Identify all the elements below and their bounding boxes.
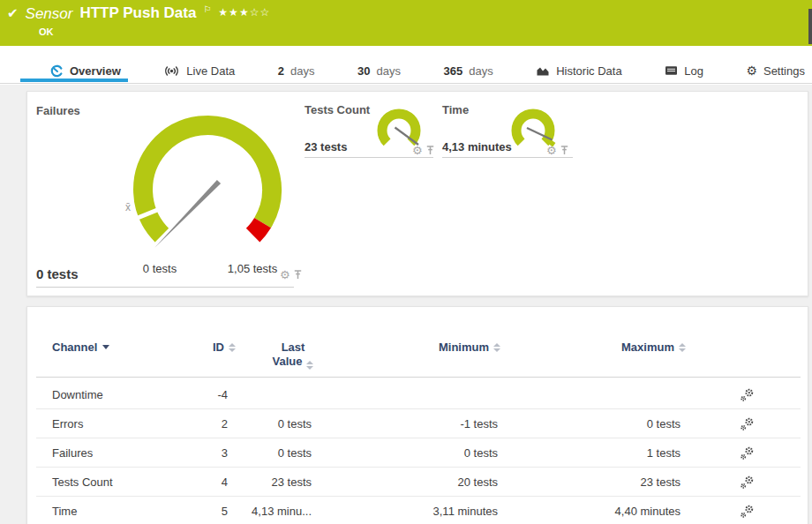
pin-icon[interactable]: [560, 146, 568, 155]
widget-settings-icon[interactable]: ⚙: [412, 145, 423, 156]
column-header-id[interactable]: ID: [151, 341, 236, 354]
sort-icon: [679, 343, 686, 352]
sort-icon: [229, 343, 236, 352]
pin-icon[interactable]: [426, 146, 434, 155]
channel-minimum: 0 tests: [372, 438, 498, 468]
tests-count-current-value: 23 tests: [304, 140, 347, 153]
tab-label: Live Data: [186, 64, 235, 78]
column-header-label: Minimum: [439, 341, 489, 354]
tests-count-gauge-label: Tests Count: [304, 103, 370, 116]
table-row: Failures 3 0 tests 0 tests 1 tests: [36, 438, 801, 468]
tab-historic-data[interactable]: Historic Data: [536, 64, 621, 78]
failures-widget-actions: ⚙: [280, 269, 302, 281]
tab-label: Historic Data: [556, 64, 621, 78]
channel-settings-icon[interactable]: [740, 417, 755, 431]
page-title: HTTP Push Data: [79, 4, 196, 22]
channels-table-panel: Channel ID Last Value Minimum Maximum Do…: [26, 306, 808, 524]
tab-label: Overview: [70, 64, 121, 78]
status-badge: OK: [39, 26, 54, 37]
log-list-icon: [665, 65, 678, 76]
tab-30-days[interactable]: 30 days: [357, 64, 401, 78]
sort-icon: [306, 361, 313, 370]
sort-icon: [493, 343, 500, 352]
active-tab-underline: [20, 79, 128, 82]
time-widget-actions: ⚙: [546, 145, 568, 156]
channel-minimum: 20 tests: [372, 468, 498, 497]
status-check-icon: ✔: [7, 5, 19, 21]
widget-settings-icon[interactable]: ⚙: [546, 145, 557, 156]
gear-icon: ⚙: [746, 64, 757, 77]
channel-name: Tests Count: [52, 468, 113, 497]
tab-label: Log: [684, 64, 703, 78]
failures-gauge-label: Failures: [36, 104, 80, 117]
channel-id: -4: [142, 380, 228, 409]
tab-label: days: [377, 64, 401, 78]
channel-minimum: -1 tests: [372, 409, 498, 438]
widget-divider: [36, 287, 294, 288]
column-header-label: Last: [239, 341, 347, 355]
channel-name: Errors: [52, 409, 83, 438]
tab-overview[interactable]: Overview: [50, 64, 121, 78]
channel-minimum: 3,11 minutes: [372, 497, 498, 524]
column-header-minimum[interactable]: Minimum: [380, 341, 500, 354]
channel-last-value: 0 tests: [226, 438, 312, 468]
column-header-last-value[interactable]: Last Value: [239, 341, 347, 369]
gauge-arc-green: [516, 114, 550, 142]
column-header-label: ID: [213, 341, 224, 354]
channel-id: 5: [142, 497, 228, 524]
tab-number: 30: [357, 64, 370, 78]
time-current-value: 4,13 minutes: [442, 140, 512, 153]
gauge-arc-green: [143, 125, 272, 236]
channel-settings-icon[interactable]: [740, 388, 755, 402]
channel-settings-icon[interactable]: [740, 505, 755, 519]
column-header-label: Channel: [52, 341, 97, 354]
failures-gauge: [124, 105, 292, 273]
sort-descending-icon: [102, 345, 109, 349]
channel-name: Downtime: [52, 380, 103, 409]
scrollbar-thumb[interactable]: [808, 9, 812, 44]
area-chart-icon: [536, 65, 550, 77]
tab-label: days: [290, 64, 314, 78]
table-row: Tests Count 4 23 tests 20 tests 23 tests: [36, 468, 801, 497]
tab-settings[interactable]: ⚙ Settings: [746, 64, 805, 78]
widget-settings-icon[interactable]: ⚙: [280, 269, 290, 281]
flag-icon[interactable]: ⚐: [203, 4, 211, 14]
gauge-scale-max: 1,05 tests: [228, 262, 277, 275]
tab-live-data[interactable]: Live Data: [163, 64, 235, 78]
time-gauge-label: Time: [442, 103, 469, 116]
column-header-label: Value: [273, 355, 303, 368]
pin-icon[interactable]: [294, 270, 302, 280]
channel-last-value: 23 tests: [226, 468, 312, 497]
failures-current-value: 0 tests: [36, 266, 79, 281]
gauge-icon: [50, 64, 64, 78]
tab-number: 2: [278, 64, 284, 78]
tab-2-days[interactable]: 2 days: [278, 64, 315, 78]
channel-maximum: 23 tests: [557, 468, 680, 497]
channel-last-value: 4,13 minu...: [226, 497, 312, 524]
gauge-needle: [154, 180, 221, 248]
channel-id: 3: [142, 438, 228, 468]
gauge-arc-red: [253, 223, 263, 236]
stars-filled-icon[interactable]: ★★★: [218, 6, 249, 19]
table-row: Time 5 4,13 minu... 3,11 minutes 4,40 mi…: [36, 497, 801, 524]
tab-365-days[interactable]: 365 days: [444, 64, 493, 78]
channel-id: 2: [142, 409, 228, 438]
channel-maximum: 0 tests: [557, 409, 680, 438]
stars-empty-icon[interactable]: ☆☆: [250, 6, 271, 19]
channel-settings-icon[interactable]: [740, 475, 755, 490]
column-header-label: Maximum: [621, 341, 674, 354]
tab-number: 365: [444, 64, 463, 78]
channel-name: Time: [52, 497, 77, 524]
channel-maximum: 1 tests: [557, 438, 680, 468]
channel-name: Failures: [52, 438, 93, 468]
gauges-panel: Failures x̄ 0 tests 1,05 tests 0 tests ⚙…: [26, 91, 808, 296]
priority-stars[interactable]: ★★★☆☆: [218, 6, 270, 19]
column-header-channel[interactable]: Channel: [52, 341, 109, 354]
widget-divider: [442, 157, 573, 158]
tab-log[interactable]: Log: [665, 64, 703, 78]
widget-divider: [304, 157, 433, 158]
tab-label: Settings: [763, 64, 805, 78]
channel-settings-icon[interactable]: [740, 446, 755, 460]
channel-last-value: 0 tests: [226, 409, 312, 438]
column-header-maximum[interactable]: Maximum: [566, 341, 686, 354]
